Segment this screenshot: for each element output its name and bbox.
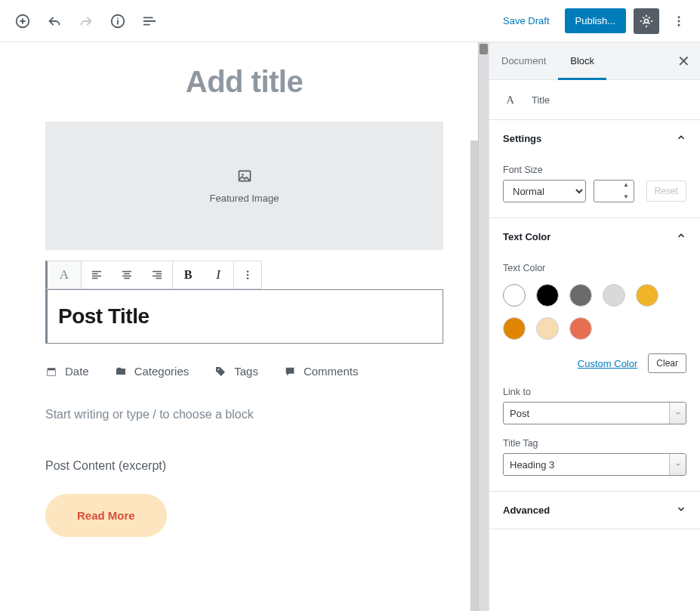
dots-vertical-icon	[672, 14, 686, 28]
chevron-down-icon	[674, 461, 682, 468]
featured-image-placeholder[interactable]: Featured Image	[45, 122, 443, 250]
clear-color-button[interactable]: Clear	[648, 353, 686, 373]
align-left-icon	[90, 268, 103, 282]
panel-settings-title: Settings	[503, 133, 541, 144]
color-swatch[interactable]	[636, 284, 658, 307]
comment-icon	[284, 366, 296, 378]
redo-button[interactable]	[72, 8, 100, 35]
title-tag-label: Title Tag	[503, 438, 686, 449]
align-right-button[interactable]	[142, 261, 172, 289]
tag-icon	[214, 366, 227, 378]
block-more-button[interactable]	[234, 261, 261, 289]
redo-icon	[78, 13, 94, 29]
canvas-right-edge	[470, 140, 478, 611]
chevron-down-icon	[674, 409, 682, 417]
color-swatches	[503, 278, 686, 340]
info-icon	[109, 13, 126, 29]
tab-block[interactable]: Block	[558, 42, 606, 79]
read-more-button[interactable]: Read More	[45, 494, 167, 537]
color-swatch[interactable]	[536, 284, 559, 307]
more-options-button[interactable]	[667, 8, 691, 35]
svg-text:A: A	[506, 94, 514, 106]
topbar-right: Save Draft Publish...	[495, 8, 691, 35]
font-size-label: Font Size	[503, 165, 686, 175]
info-button[interactable]	[104, 8, 131, 35]
gear-icon	[639, 14, 654, 29]
svg-point-2	[645, 19, 649, 23]
align-right-icon	[150, 268, 164, 282]
italic-button[interactable]: I	[203, 261, 233, 289]
panel-advanced-header[interactable]: Advanced	[489, 492, 700, 529]
block-toolbar: A B I	[45, 261, 262, 289]
panel-text-color-body: Text Color Custom Color Clear Link to Po…	[489, 255, 700, 492]
link-to-value: Post	[510, 408, 529, 419]
font-size-select[interactable]: Normal	[503, 180, 586, 202]
meta-categories: Categories	[115, 365, 190, 378]
block-type-button[interactable]: A	[48, 261, 81, 289]
svg-point-5	[678, 23, 680, 26]
align-left-button[interactable]	[82, 261, 112, 289]
settings-sidebar: Document Block ✕ A Title Settings Font S…	[489, 42, 700, 611]
svg-point-8	[247, 270, 249, 273]
bold-button[interactable]: B	[173, 261, 203, 289]
post-title-input[interactable]: Add title	[45, 65, 443, 99]
text-color-label: Text Color	[503, 263, 686, 273]
panel-settings-body: Font Size Normal ▲▼ Reset	[489, 157, 700, 218]
number-spinner[interactable]: ▲▼	[623, 182, 632, 200]
canvas-scrollbar[interactable]	[478, 42, 489, 611]
color-swatch[interactable]	[503, 284, 526, 307]
meta-date-label: Date	[65, 365, 89, 378]
block-type-name: Title	[532, 94, 550, 106]
chevron-up-icon	[676, 132, 686, 145]
canvas-wrapper: Add title Featured Image A B I P	[0, 42, 489, 611]
block-type-header: A Title	[489, 80, 700, 120]
meta-comments-label: Comments	[304, 365, 359, 378]
featured-image-label: Featured Image	[210, 193, 279, 204]
undo-button[interactable]	[41, 8, 68, 35]
color-swatch[interactable]	[603, 284, 625, 307]
meta-comments: Comments	[284, 365, 359, 378]
sidebar-tabs: Document Block ✕	[489, 42, 700, 80]
list-icon	[141, 13, 158, 29]
svg-point-14	[218, 369, 220, 370]
post-title-field[interactable]: Post Title	[45, 289, 443, 344]
post-title-text: Post Title	[58, 304, 150, 329]
panel-text-color-header[interactable]: Text Color	[489, 218, 700, 255]
dots-vertical-icon	[241, 268, 254, 282]
reset-font-size-button[interactable]: Reset	[646, 181, 686, 202]
close-sidebar-button[interactable]: ✕	[667, 42, 700, 79]
plus-circle-icon	[14, 13, 31, 29]
panel-text-color-title: Text Color	[503, 231, 550, 242]
font-size-row: Normal ▲▼ Reset	[503, 180, 686, 202]
chevron-up-icon	[676, 230, 686, 243]
close-icon: ✕	[677, 53, 690, 69]
folder-icon	[115, 366, 127, 378]
settings-toggle-button[interactable]	[634, 8, 659, 34]
link-to-select[interactable]: Post	[503, 402, 686, 424]
custom-color-link[interactable]: Custom Color	[578, 358, 637, 369]
align-center-button[interactable]	[112, 261, 142, 289]
publish-button[interactable]: Publish...	[565, 8, 626, 33]
panel-settings-header[interactable]: Settings	[489, 120, 700, 157]
post-meta-row: Date Categories Tags Comments	[45, 344, 443, 387]
scrollbar-thumb[interactable]	[480, 44, 488, 54]
color-actions: Custom Color Clear	[503, 353, 686, 373]
title-tag-select[interactable]: Heading 3	[503, 453, 686, 476]
color-swatch[interactable]	[503, 317, 526, 340]
svg-point-10	[247, 277, 249, 279]
svg-point-7	[242, 174, 244, 176]
add-block-button[interactable]	[9, 8, 36, 35]
color-swatch[interactable]	[536, 317, 559, 340]
block-placeholder[interactable]: Start writing or type / to choose a bloc…	[45, 387, 443, 443]
color-swatch[interactable]	[569, 317, 592, 340]
svg-point-9	[247, 274, 249, 276]
meta-date: Date	[45, 365, 89, 378]
meta-categories-label: Categories	[134, 365, 190, 378]
color-swatch[interactable]	[569, 284, 592, 307]
font-size-numeric-input[interactable]: ▲▼	[594, 180, 634, 202]
tab-document[interactable]: Document	[489, 42, 558, 79]
undo-icon	[46, 13, 63, 29]
svg-point-4	[678, 20, 680, 22]
save-draft-button[interactable]: Save Draft	[495, 9, 557, 32]
outline-button[interactable]	[136, 8, 163, 35]
